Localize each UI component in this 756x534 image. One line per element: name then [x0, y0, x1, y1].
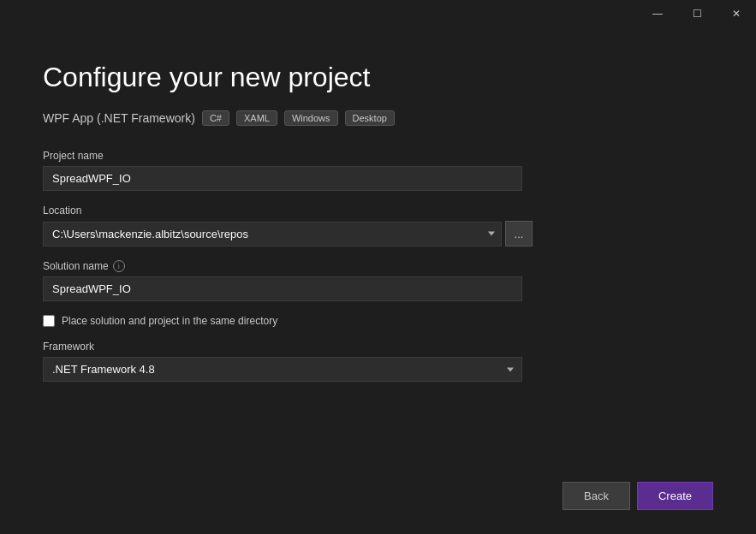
location-select-wrapper: C:\Users\mackenzie.albitz\source\repos	[43, 222, 502, 246]
tag-xaml: XAML	[236, 110, 277, 126]
back-button[interactable]: Back	[563, 482, 630, 510]
tag-windows: Windows	[284, 110, 338, 126]
close-button[interactable]: ✕	[717, 0, 756, 27]
solution-name-label: Solution name i	[43, 260, 713, 272]
location-group: Location C:\Users\mackenzie.albitz\sourc…	[43, 205, 713, 246]
tag-desktop: Desktop	[345, 110, 395, 126]
main-content: Configure your new project WPF App (.NET…	[0, 27, 756, 534]
framework-select-wrapper: .NET Framework 4.8	[43, 357, 522, 382]
location-select[interactable]: C:\Users\mackenzie.albitz\source\repos	[43, 222, 502, 246]
maximize-button[interactable]: ☐	[677, 0, 717, 27]
framework-label: Framework	[43, 341, 713, 353]
project-name-label: Project name	[43, 150, 713, 162]
solution-name-info-icon[interactable]: i	[113, 260, 125, 272]
app-type-row: WPF App (.NET Framework) C# XAML Windows…	[43, 110, 713, 126]
solution-name-input[interactable]	[43, 276, 522, 301]
same-directory-row: Place solution and project in the same d…	[43, 315, 713, 327]
project-name-group: Project name	[43, 150, 713, 191]
solution-name-group: Solution name i	[43, 260, 713, 301]
page-title: Configure your new project	[43, 62, 713, 93]
location-label: Location	[43, 205, 713, 217]
tag-csharp: C#	[202, 110, 229, 126]
browse-button[interactable]: ...	[505, 221, 533, 246]
project-name-input[interactable]	[43, 166, 522, 191]
title-bar: — ☐ ✕	[638, 0, 756, 27]
minimize-button[interactable]: —	[638, 0, 677, 27]
framework-select[interactable]: .NET Framework 4.8	[43, 357, 522, 382]
bottom-bar: Back Create	[563, 482, 713, 510]
same-directory-checkbox[interactable]	[43, 315, 55, 327]
create-button[interactable]: Create	[637, 482, 713, 510]
same-directory-label[interactable]: Place solution and project in the same d…	[62, 315, 277, 327]
app-type-label: WPF App (.NET Framework)	[43, 111, 195, 125]
location-row: C:\Users\mackenzie.albitz\source\repos .…	[43, 221, 713, 246]
framework-group: Framework .NET Framework 4.8	[43, 341, 713, 382]
